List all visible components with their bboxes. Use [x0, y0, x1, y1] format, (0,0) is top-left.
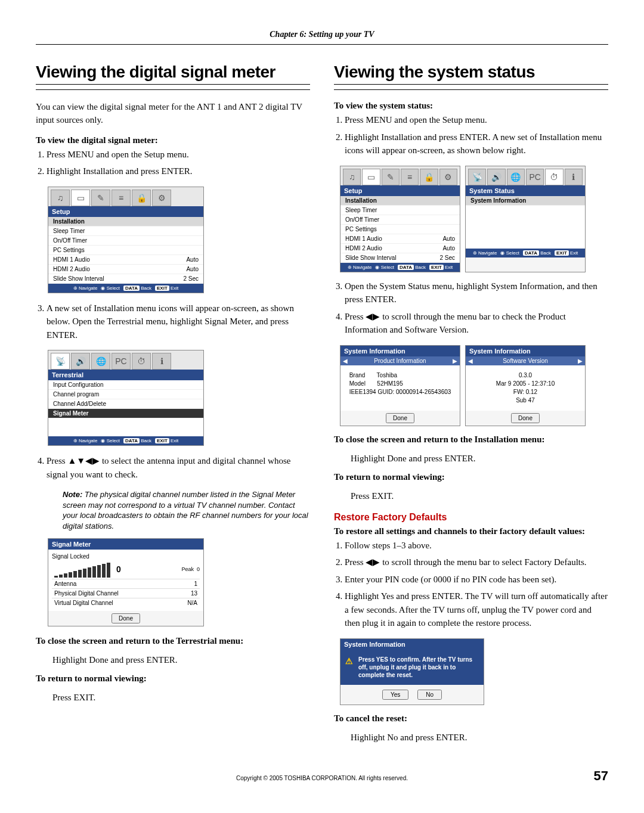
- restore-step-1: Follow steps 1–3 above.: [345, 539, 608, 553]
- menu-title: Terrestrial: [48, 370, 203, 380]
- restore-step-4: Highlight Yes and press ENTER. The TV wi…: [345, 589, 608, 630]
- sysinfo-head: System Information: [466, 346, 585, 356]
- cancel-reset-head: To cancel the reset:: [334, 713, 608, 724]
- tab-icon: ⏱: [132, 353, 151, 370]
- signal-value: 0: [116, 564, 121, 574]
- menu-footer: ⊕ Navigate ◉ Select DATA Back EXIT Exit: [48, 284, 203, 293]
- note-text: The physical digital channel number list…: [63, 490, 308, 530]
- restore-step-2: Press ◀▶ to scroll through the menu bar …: [345, 556, 608, 569]
- menu-row: HDMI 2 AudioAuto: [48, 265, 203, 274]
- done-button[interactable]: Done: [511, 413, 540, 423]
- menu-row: System Information: [466, 196, 585, 206]
- title-rule: [334, 89, 608, 90]
- tab-icon: 📡: [51, 353, 70, 370]
- done-button[interactable]: Done: [112, 613, 140, 623]
- dual-menu-figure: ♫ ▭ ✎ ≡ 🔒 ⚙ Setup Installation Sleep Tim…: [340, 166, 608, 272]
- right-column: Viewing the system status To view the sy…: [334, 63, 608, 751]
- yes-button[interactable]: Yes: [382, 690, 408, 700]
- menu-footer: ⊕ Navigate ◉ Select DATA Back EXIT Exit: [340, 263, 460, 272]
- arrow-icons: ▲▼◀▶: [67, 455, 100, 466]
- no-button[interactable]: No: [417, 690, 442, 700]
- page-footer: Copyright © 2005 TOSHIBA CORPORATION. Al…: [36, 775, 608, 781]
- tab-icon: PC: [526, 169, 544, 185]
- return-viewing-body: Press EXIT.: [52, 693, 310, 703]
- sm-row: Antenna1: [52, 579, 200, 588]
- menu-row: Installation: [48, 217, 203, 226]
- right-title: Viewing the system status: [334, 63, 608, 85]
- close-install-body: Highlight Done and press ENTER.: [351, 454, 608, 464]
- peak-value: 0: [197, 566, 200, 572]
- menu-title: Setup: [48, 206, 203, 217]
- menu-footer: ⊕ Navigate ◉ Select DATA Back EXIT Exit: [48, 436, 203, 445]
- menu-row: On/Off Timer: [48, 236, 203, 246]
- sm-row: Virtual Digital ChannelN/A: [52, 598, 200, 607]
- tab-icon: 🌐: [507, 169, 525, 185]
- right-step-2: Highlight Installation and press ENTER. …: [345, 131, 608, 157]
- tab-icon: ♫: [343, 169, 361, 185]
- menu-title: System Status: [466, 185, 585, 196]
- tab-icon: ⚙: [439, 169, 457, 185]
- restore-steps: Follow steps 1–3 above. Press ◀▶ to scro…: [345, 539, 608, 630]
- note-label: Note:: [63, 490, 82, 499]
- menu-row: Sleep Timer: [340, 206, 460, 215]
- right-step-1: Press MENU and open the Setup menu.: [345, 113, 608, 127]
- tab-icon: 🔒: [132, 190, 151, 206]
- left-column: Viewing the digital signal meter You can…: [36, 63, 310, 751]
- tab-icon: ▭: [71, 190, 90, 206]
- tab-icon: 🔒: [420, 169, 438, 185]
- tab-icon: ✎: [91, 190, 110, 206]
- restore-sub: To restore all settings and channels to …: [334, 526, 608, 536]
- tab-icon: ⚙: [152, 190, 171, 206]
- left-title: Viewing the digital signal meter: [36, 63, 310, 85]
- tab-icon: 🌐: [91, 353, 110, 370]
- right-step-4: Press ◀▶ to scroll through the menu bar …: [345, 310, 608, 337]
- menu-row: PC Settings: [340, 225, 460, 234]
- menu-row: HDMI 1 AudioAuto: [340, 234, 460, 244]
- tab-icon: 📡: [468, 169, 486, 185]
- tab-icon: ♫: [51, 190, 70, 206]
- left-step-2: Highlight Installation and press ENTER.: [47, 165, 310, 178]
- signal-bars-icon: [54, 562, 110, 578]
- sysinfo-sub: ◀Product Information▶: [340, 356, 460, 365]
- return-viewing-head: To return to normal viewing:: [36, 674, 310, 684]
- chapter-header: Chapter 6: Setting up your TV: [36, 30, 608, 39]
- to-view-status-head: To view the system status:: [334, 101, 608, 111]
- restore-step-3: Enter your PIN code (or 0000 if no PIN c…: [345, 573, 608, 587]
- menu-row: Slide Show Interval2 Sec: [340, 253, 460, 263]
- tab-icon: ✎: [382, 169, 400, 185]
- tab-icon: ▭: [362, 169, 380, 185]
- sm-row: Physical Digital Channel13: [52, 588, 200, 598]
- right-steps-2: Open the System Status menu, highlight S…: [345, 280, 608, 337]
- left-step-1: Press MENU and open the Setup menu.: [47, 148, 310, 162]
- note-block: Note: The physical digital channel numbe…: [63, 489, 310, 531]
- menu-row: Signal Meter: [48, 409, 203, 418]
- top-rule: [36, 44, 608, 45]
- setup-menu-figure: ♫ ▭ ✎ ≡ 🔒 ⚙ Setup Installation Sleep Tim…: [48, 187, 310, 293]
- confirm-figure: System Information ⚠ Press YES to confir…: [340, 638, 484, 705]
- close-screen-body: Highlight Done and press ENTER.: [52, 655, 310, 665]
- return-viewing-body-r: Press EXIT.: [351, 491, 608, 501]
- tab-icon: PC: [112, 353, 131, 370]
- warning-icon: ⚠: [345, 656, 353, 666]
- copyright: Copyright © 2005 TOSHIBA CORPORATION. Al…: [236, 775, 408, 781]
- sm-title: Signal Meter: [48, 539, 203, 550]
- tab-icon: 🔊: [71, 353, 90, 370]
- left-steps-2: A new set of Installation menu icons wil…: [47, 302, 310, 342]
- menu-row: HDMI 1 AudioAuto: [48, 255, 203, 265]
- signal-meter-figure: Signal Meter Signal Locked 0 P: [48, 538, 204, 626]
- sysinfo-figure: System Information ◀Product Information▶…: [340, 345, 608, 426]
- tab-icon: ≡: [112, 190, 131, 206]
- menu-row: HDMI 2 AudioAuto: [340, 244, 460, 253]
- left-steps-1: Press MENU and open the Setup menu. High…: [47, 148, 310, 178]
- menu-footer: ⊕ Navigate ◉ Select DATA Back EXIT Exit: [466, 249, 585, 257]
- menu-row: Input Configuration: [48, 380, 203, 390]
- arrow-icons: ◀▶: [366, 311, 380, 321]
- title-rule: [36, 89, 310, 90]
- menu-row: Channel program: [48, 390, 203, 399]
- peak-label: Peak: [181, 566, 194, 572]
- tab-icon: ⏱: [545, 169, 563, 185]
- cancel-reset-body: Highlight No and press ENTER.: [351, 733, 608, 743]
- right-step-3: Open the System Status menu, highlight S…: [345, 280, 608, 306]
- right-steps-1: Press MENU and open the Setup menu. High…: [345, 113, 608, 157]
- done-button[interactable]: Done: [386, 413, 414, 423]
